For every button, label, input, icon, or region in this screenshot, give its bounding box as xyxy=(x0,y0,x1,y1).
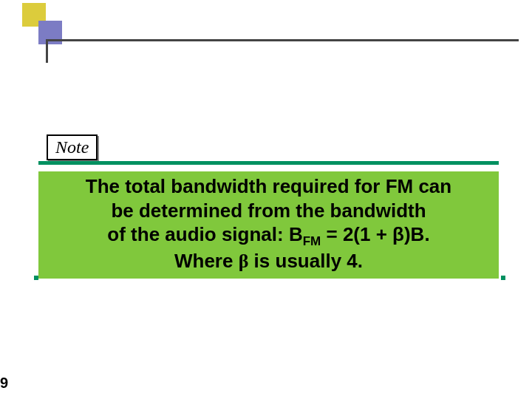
line4-prefix: Where xyxy=(174,250,239,272)
line3-sub: FM xyxy=(303,234,321,248)
line2: be determined from the bandwidth xyxy=(111,200,426,222)
vertical-rule xyxy=(46,39,48,63)
line4-beta: β xyxy=(239,250,249,272)
line1: The total bandwidth required for FM can xyxy=(86,175,451,197)
dot-icon xyxy=(34,276,38,280)
line3-prefix: of the audio signal: B xyxy=(107,223,302,245)
horizontal-rule xyxy=(46,39,519,41)
page-number: 9 xyxy=(0,375,8,392)
top-green-rule xyxy=(38,161,499,165)
line4-suffix: is usually 4. xyxy=(248,250,363,272)
note-label: Note xyxy=(55,137,89,157)
note-box: Note xyxy=(47,134,98,160)
line3-suffix: = 2(1 + β)B. xyxy=(321,223,429,245)
content-text: The total bandwidth required for FM can … xyxy=(46,174,491,274)
slide-header-decoration xyxy=(0,0,532,66)
dot-icon xyxy=(501,276,505,280)
content-box: The total bandwidth required for FM can … xyxy=(38,171,499,279)
bottom-green-dots xyxy=(34,276,505,280)
